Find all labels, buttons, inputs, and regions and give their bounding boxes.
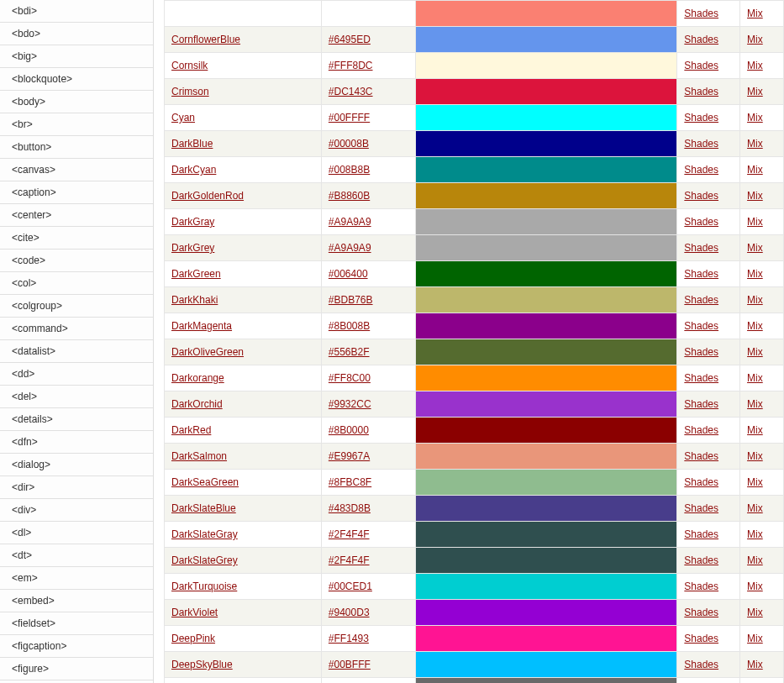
color-name-link[interactable]: Cornsilk <box>171 60 208 71</box>
mix-link[interactable]: Mix <box>747 86 763 97</box>
shades-link[interactable]: Shades <box>684 216 718 228</box>
color-name-link[interactable]: DarkViolet <box>171 607 218 618</box>
mix-link[interactable]: Mix <box>747 190 763 202</box>
mix-link[interactable]: Mix <box>747 164 763 176</box>
mix-link[interactable]: Mix <box>747 294 763 306</box>
sidebar-item[interactable]: <bdo> <box>0 23 153 45</box>
color-name-link[interactable]: Cyan <box>171 112 195 123</box>
mix-link[interactable]: Mix <box>747 528 763 540</box>
shades-link[interactable]: Shades <box>684 268 718 280</box>
color-hex-link[interactable]: #00CED1 <box>329 581 372 592</box>
mix-link[interactable]: Mix <box>747 581 763 592</box>
mix-link[interactable]: Mix <box>747 476 763 488</box>
shades-link[interactable]: Shades <box>684 164 718 176</box>
sidebar-item[interactable]: <big> <box>0 45 153 68</box>
color-hex-link[interactable]: #A9A9A9 <box>329 216 371 228</box>
mix-link[interactable]: Mix <box>747 607 763 618</box>
sidebar-item[interactable]: <br> <box>0 113 153 136</box>
shades-link[interactable]: Shades <box>684 320 718 332</box>
sidebar-item[interactable]: <dt> <box>0 544 153 567</box>
shades-link[interactable]: Shades <box>684 34 718 45</box>
sidebar-item[interactable]: <command> <box>0 318 153 340</box>
sidebar-item[interactable]: <center> <box>0 204 153 227</box>
shades-link[interactable]: Shades <box>684 528 718 540</box>
shades-link[interactable]: Shades <box>684 8 718 19</box>
color-name-link[interactable]: DarkSlateGrey <box>171 554 238 566</box>
sidebar-item[interactable]: <colgroup> <box>0 295 153 318</box>
shades-link[interactable]: Shades <box>684 502 718 514</box>
shades-link[interactable]: Shades <box>684 242 718 254</box>
shades-link[interactable]: Shades <box>684 60 718 71</box>
color-name-link[interactable]: DeepSkyBlue <box>171 659 233 670</box>
mix-link[interactable]: Mix <box>747 398 763 410</box>
sidebar-item[interactable]: <button> <box>0 136 153 159</box>
color-hex-link[interactable]: #8B008B <box>329 320 370 332</box>
color-hex-link[interactable]: #8B0000 <box>329 424 369 436</box>
mix-link[interactable]: Mix <box>747 216 763 228</box>
sidebar-item[interactable]: <blockquote> <box>0 68 153 91</box>
shades-link[interactable]: Shades <box>684 607 718 618</box>
mix-link[interactable]: Mix <box>747 554 763 566</box>
sidebar-item[interactable]: <dl> <box>0 522 153 544</box>
shades-link[interactable]: Shades <box>684 86 718 97</box>
color-name-link[interactable]: DarkSalmon <box>171 450 227 462</box>
sidebar-item[interactable]: <cite> <box>0 227 153 250</box>
sidebar-item[interactable]: <details> <box>0 408 153 431</box>
sidebar-item[interactable]: <em> <box>0 567 153 590</box>
color-name-link[interactable]: DarkGoldenRod <box>171 190 244 202</box>
mix-link[interactable]: Mix <box>747 424 763 436</box>
color-name-link[interactable]: DeepPink <box>171 633 215 644</box>
sidebar-item[interactable]: <div> <box>0 499 153 522</box>
color-name-link[interactable]: DarkKhaki <box>171 294 218 306</box>
color-hex-link[interactable]: #B8860B <box>329 190 370 202</box>
sidebar-item[interactable]: <figcaption> <box>0 635 153 658</box>
sidebar-item[interactable]: <caption> <box>0 181 153 204</box>
color-hex-link[interactable]: #8FBC8F <box>329 476 371 488</box>
shades-link[interactable]: Shades <box>684 294 718 306</box>
sidebar-item[interactable]: <fieldset> <box>0 612 153 635</box>
color-name-link[interactable]: DarkSlateGray <box>171 528 238 540</box>
shades-link[interactable]: Shades <box>684 346 718 358</box>
sidebar-item[interactable]: <embed> <box>0 590 153 612</box>
shades-link[interactable]: Shades <box>684 554 718 566</box>
mix-link[interactable]: Mix <box>747 268 763 280</box>
sidebar-item[interactable]: <figure> <box>0 658 153 680</box>
shades-link[interactable]: Shades <box>684 476 718 488</box>
mix-link[interactable]: Mix <box>747 242 763 254</box>
mix-link[interactable]: Mix <box>747 633 763 644</box>
sidebar-item[interactable]: <body> <box>0 91 153 113</box>
color-name-link[interactable]: CornflowerBlue <box>171 34 240 45</box>
color-name-link[interactable]: DarkCyan <box>171 164 216 176</box>
color-hex-link[interactable]: #FFF8DC <box>329 60 373 71</box>
shades-link[interactable]: Shades <box>684 138 718 150</box>
shades-link[interactable]: Shades <box>684 398 718 410</box>
color-name-link[interactable]: DarkBlue <box>171 138 213 150</box>
mix-link[interactable]: Mix <box>747 34 763 45</box>
mix-link[interactable]: Mix <box>747 8 763 19</box>
color-name-link[interactable]: DarkMagenta <box>171 320 232 332</box>
sidebar-item[interactable]: <dir> <box>0 476 153 499</box>
color-hex-link[interactable]: #483D8B <box>329 502 371 514</box>
color-hex-link[interactable]: #2F4F4F <box>329 554 370 566</box>
color-hex-link[interactable]: #2F4F4F <box>329 528 370 540</box>
color-hex-link[interactable]: #00BFFF <box>329 659 371 670</box>
mix-link[interactable]: Mix <box>747 659 763 670</box>
mix-link[interactable]: Mix <box>747 60 763 71</box>
sidebar-item[interactable]: <dd> <box>0 363 153 386</box>
shades-link[interactable]: Shades <box>684 450 718 462</box>
color-hex-link[interactable]: #9400D3 <box>329 607 370 618</box>
color-hex-link[interactable]: #FF1493 <box>329 633 369 644</box>
color-hex-link[interactable]: #E9967A <box>329 450 370 462</box>
color-hex-link[interactable]: #00008B <box>329 138 369 150</box>
color-name-link[interactable]: DarkGray <box>171 216 214 228</box>
shades-link[interactable]: Shades <box>684 633 718 644</box>
color-hex-link[interactable]: #556B2F <box>329 346 370 358</box>
mix-link[interactable]: Mix <box>747 502 763 514</box>
color-hex-link[interactable]: #008B8B <box>329 164 370 176</box>
mix-link[interactable]: Mix <box>747 346 763 358</box>
sidebar-item[interactable]: <dfn> <box>0 431 153 454</box>
sidebar-item[interactable]: <datalist> <box>0 340 153 363</box>
color-name-link[interactable]: DarkGrey <box>171 242 214 254</box>
sidebar-item[interactable]: <code> <box>0 250 153 272</box>
sidebar-item[interactable]: <del> <box>0 386 153 408</box>
